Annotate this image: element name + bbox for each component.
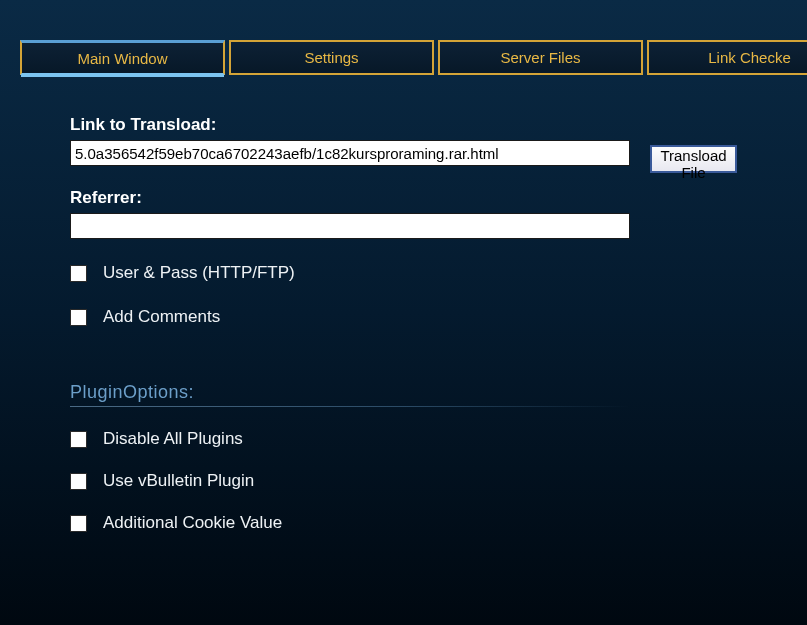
disable-all-plugins-checkbox[interactable]	[70, 431, 87, 448]
additional-cookie-checkbox[interactable]	[70, 515, 87, 532]
user-pass-label[interactable]: User & Pass (HTTP/FTP)	[103, 263, 295, 283]
additional-cookie-label[interactable]: Additional Cookie Value	[103, 513, 282, 533]
main-content: Link to Transload: Referrer: User & Pass…	[0, 75, 807, 533]
plugin-options-divider	[70, 406, 630, 407]
referrer-input[interactable]	[70, 213, 630, 239]
disable-all-plugins-label[interactable]: Disable All Plugins	[103, 429, 243, 449]
user-pass-checkbox[interactable]	[70, 265, 87, 282]
add-comments-label[interactable]: Add Comments	[103, 307, 220, 327]
vbulletin-plugin-label[interactable]: Use vBulletin Plugin	[103, 471, 254, 491]
tab-bar: Main Window Settings Server Files Link C…	[0, 0, 807, 75]
tab-label: Link Checke	[708, 49, 791, 66]
link-to-transload-label: Link to Transload:	[70, 115, 630, 135]
vbulletin-plugin-checkbox[interactable]	[70, 473, 87, 490]
tab-settings[interactable]: Settings	[229, 40, 434, 75]
transload-file-button[interactable]: Transload File	[650, 145, 737, 173]
link-to-transload-input[interactable]	[70, 140, 630, 166]
tab-link-checker[interactable]: Link Checke	[647, 40, 807, 75]
tab-label: Server Files	[500, 49, 580, 66]
tab-server-files[interactable]: Server Files	[438, 40, 643, 75]
plugin-options-title: PluginOptions:	[70, 382, 630, 403]
tab-main-window[interactable]: Main Window	[20, 40, 225, 75]
add-comments-checkbox[interactable]	[70, 309, 87, 326]
tab-label: Main Window	[77, 50, 167, 67]
tab-label: Settings	[304, 49, 358, 66]
referrer-label: Referrer:	[70, 188, 630, 208]
